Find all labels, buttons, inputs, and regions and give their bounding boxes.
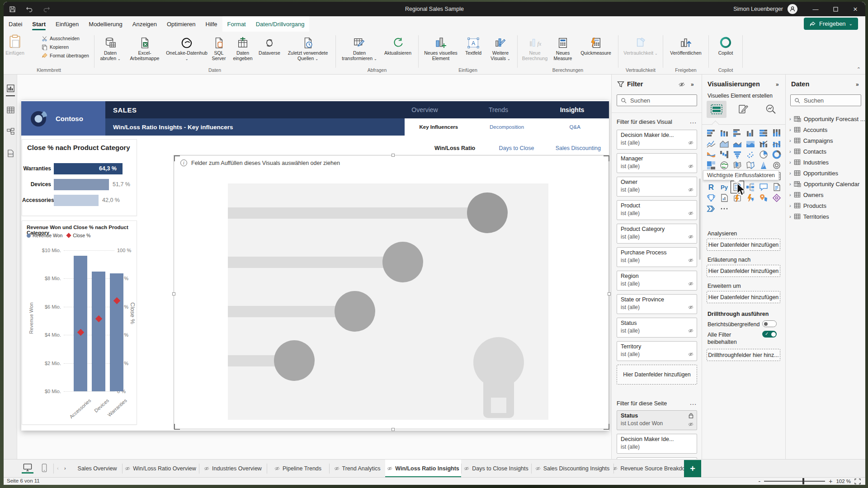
viz-type-barh[interactable]	[706, 128, 717, 138]
page-tab[interactable]: Sales Overview	[72, 460, 122, 478]
viz-type-pie[interactable]	[758, 150, 769, 160]
desktop-layout-button[interactable]	[23, 463, 33, 474]
ribbon-button-transform[interactable]: Daten transformieren ⌄	[339, 33, 380, 62]
ribbon-button-textbox[interactable]: ATextfeld	[460, 33, 486, 56]
filter-card[interactable]: Purchase Processist (alle)	[617, 247, 697, 267]
menu-tab-modellierung[interactable]: Modellierung	[84, 16, 127, 32]
zoom-out-icon[interactable]: -	[759, 478, 761, 485]
viz-type-ribbon[interactable]	[706, 150, 717, 160]
filter-card[interactable]: Product Categoryist (alle)	[617, 224, 697, 244]
ribbon-button-dataverse[interactable]: Dataverse	[256, 33, 283, 56]
zoom-slider[interactable]	[764, 481, 825, 482]
visual-tab-win-loss-ratio[interactable]: Win/Loss Ratio	[424, 140, 486, 156]
filter-card[interactable]: Decision Maker Ide...ist (alle)	[617, 130, 697, 150]
eye-slash-icon[interactable]	[688, 305, 693, 310]
menu-tab-anzeigen[interactable]: Anzeigen	[127, 16, 162, 32]
data-table-item[interactable]: ›Owners	[789, 189, 823, 200]
paste-button[interactable]: Einfügen	[5, 33, 25, 56]
report-subnav-key-influencers[interactable]: Key Influencers	[405, 118, 473, 136]
filter-card[interactable]: Ownerist (alle)	[617, 177, 697, 197]
ribbon-button-brush[interactable]: Format übertragen	[42, 52, 89, 60]
visual-tab-sales-discounting[interactable]: Sales Discounting	[547, 140, 609, 156]
viz-type-decomp[interactable]	[745, 182, 756, 192]
nav-report-view[interactable]	[4, 78, 17, 98]
menu-tab-start[interactable]: Start	[27, 16, 51, 32]
viz-mode-build-visual[interactable]	[707, 101, 726, 118]
viz-field-dropzone[interactable]: Hier Datenfelder hinzufügen	[707, 239, 780, 251]
section-more-icon[interactable]: …	[689, 117, 697, 125]
viz-field-dropzone[interactable]: Hier Datenfelder hinzufügen	[707, 265, 780, 277]
viz-type-area100[interactable]	[745, 139, 756, 149]
page-tab[interactable]: Industries Overview	[199, 460, 267, 478]
ribbon-button-enterdata[interactable]: Daten eingeben	[230, 33, 256, 61]
close-button[interactable]: ✕	[845, 2, 865, 16]
collapse-pane-icon[interactable]: »	[691, 81, 693, 88]
hide-pane-eye-icon[interactable]	[679, 81, 685, 88]
viz-mode-analytics[interactable]	[761, 101, 781, 118]
data-search-input[interactable]: Suchen	[790, 94, 861, 106]
filter-card[interactable]: Managerist (alle)	[617, 153, 697, 173]
filter-card[interactable]: Regionist (alle)	[617, 271, 697, 291]
viz-type-narrative[interactable]	[771, 182, 782, 192]
ribbon-button-newvisual[interactable]: Neues visuelles Element	[421, 33, 460, 61]
nav-dax-view[interactable]: DAX	[4, 143, 17, 163]
data-table-item[interactable]: ›Territories	[789, 211, 829, 222]
eye-slash-icon[interactable]	[688, 140, 693, 145]
avatar[interactable]	[788, 4, 797, 14]
data-table-item[interactable]: ›Campaigns	[789, 135, 833, 146]
viz-type-visio[interactable]	[771, 193, 782, 203]
ribbon-button-copilot[interactable]: Copilot	[712, 33, 740, 56]
report-nav-insights[interactable]: Insights	[535, 101, 609, 118]
filter-search-input[interactable]: Suchen	[617, 94, 697, 106]
next-page-arrow[interactable]: ›	[64, 465, 66, 471]
viz-type-colv2[interactable]	[745, 128, 756, 138]
section-more-icon[interactable]: …	[689, 399, 697, 407]
viz-type-area[interactable]	[719, 139, 730, 149]
data-table-item[interactable]: ›Contacts	[789, 146, 826, 157]
report-nav-overview[interactable]: Overview	[388, 101, 462, 118]
eye-slash-icon[interactable]	[688, 234, 693, 239]
viz-type-waterfall[interactable]	[719, 150, 730, 160]
collapse-pane-icon[interactable]: »	[856, 81, 858, 88]
viz-type-barh100[interactable]	[758, 128, 769, 138]
prev-page-arrow[interactable]: ‹	[57, 465, 59, 471]
ribbon-button-cut[interactable]: Ausschneiden	[42, 34, 80, 42]
viz-mode-format-visual[interactable]	[734, 101, 754, 118]
ribbon-button-publish[interactable]: Veröffentlichen	[666, 33, 706, 56]
viz-type-shapemap[interactable]	[732, 160, 743, 170]
page-tab[interactable]: Win/Loss Ratio Insights	[385, 460, 461, 478]
menu-tab-optimieren[interactable]: Optimieren	[162, 16, 201, 32]
maximize-button[interactable]	[826, 2, 845, 16]
report-nav-trends[interactable]: Trends	[462, 101, 535, 118]
ribbon-button-onelake[interactable]: OneLake-Datenhub ⌄	[165, 33, 208, 62]
viz-type-line[interactable]	[706, 139, 717, 149]
data-table-item[interactable]: ›Opportunity Forecast ...	[789, 113, 865, 124]
ribbon-button-morevisuals[interactable]: Weitere Visuals ⌄	[486, 33, 514, 62]
add-filter-field-box[interactable]: Hier Datenfelder hinzufügen	[617, 365, 697, 385]
menu-tab-datei[interactable]: Datei	[4, 16, 27, 32]
page-tab[interactable]: Sales Discounting Insights	[531, 460, 613, 478]
data-table-item[interactable]: ›Opportunities	[789, 168, 838, 178]
ribbon-button-recent[interactable]: Zuletzt verwendete Quellen ⌄	[283, 33, 333, 62]
page-tab[interactable]: Win/Loss Ratio Overview	[122, 460, 199, 478]
viz-type-donut[interactable]	[771, 150, 782, 160]
keep-filters-toggle[interactable]	[762, 331, 777, 338]
eye-slash-icon[interactable]	[688, 328, 693, 333]
eye-slash-icon[interactable]	[688, 164, 693, 169]
nav-table-view[interactable]	[4, 100, 17, 120]
eye-slash-icon[interactable]	[688, 281, 693, 286]
filter-card[interactable]: Statusist (alle)	[617, 318, 697, 338]
viz-type-colv[interactable]	[719, 128, 730, 138]
menu-tab-hilfe[interactable]: Hilfe	[201, 16, 222, 32]
filter-scrollbar[interactable]	[699, 178, 701, 260]
data-table-item[interactable]: ›Accounts	[789, 124, 827, 135]
filter-card[interactable]: Territoryist (alle)	[617, 341, 697, 361]
viz-type-flow[interactable]	[706, 204, 717, 214]
viz-type-globe[interactable]	[719, 160, 730, 170]
ribbon-button-measure[interactable]: Neues Measure	[549, 33, 576, 61]
eye-slash-icon[interactable]	[688, 258, 693, 263]
filter-card[interactable]: Statusist Lost oder Won	[617, 410, 697, 430]
viz-type-filledmap[interactable]	[745, 160, 756, 170]
page-tab[interactable]: Revenue Source Breakdo	[613, 460, 684, 478]
visual-close-pct-bar-chart[interactable]: Close % nach Product CategoryWarranties …	[22, 139, 137, 216]
